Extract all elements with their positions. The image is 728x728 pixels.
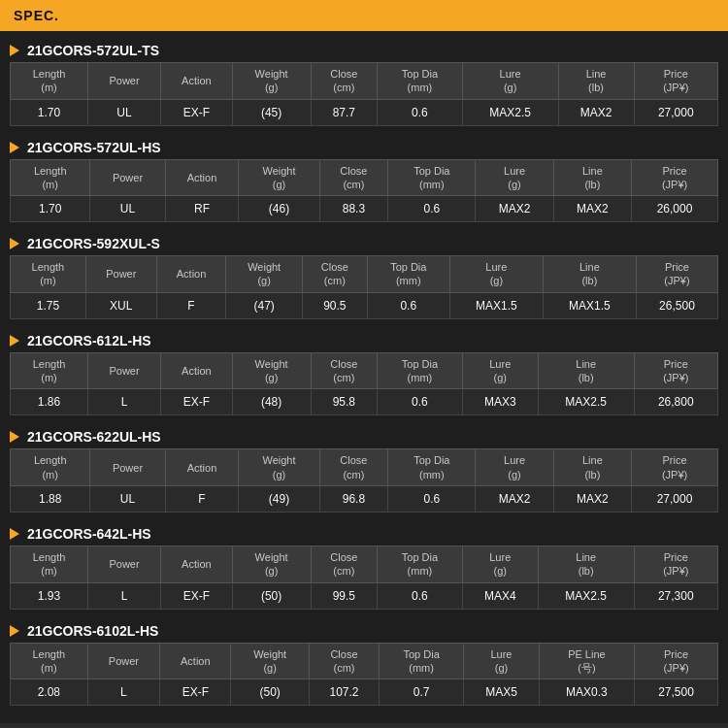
column-header: Price(JP¥) bbox=[635, 643, 718, 679]
column-header: Action bbox=[156, 256, 226, 293]
column-header: Close(cm) bbox=[319, 159, 388, 196]
table-cell: MAX2.5 bbox=[538, 582, 634, 609]
table-cell: MAX5 bbox=[464, 679, 540, 706]
spec-container: 21GCORS-572UL-TSLength(m)PowerActionWeig… bbox=[0, 31, 728, 723]
column-header: Length(m) bbox=[11, 352, 88, 389]
table-row: 2.08LEX-F(50)107.20.7MAX5MAX0.327,500 bbox=[11, 679, 718, 706]
column-header: Weight(g) bbox=[232, 352, 311, 389]
column-header: Action bbox=[160, 643, 231, 679]
table-cell: 26,000 bbox=[632, 196, 718, 222]
triangle-icon bbox=[10, 431, 19, 443]
column-header: Length(m) bbox=[11, 546, 88, 582]
column-header: Power bbox=[90, 449, 165, 486]
table-cell: MAX2.5 bbox=[538, 389, 634, 415]
table-row: 1.93LEX-F(50)99.50.6MAX4MAX2.527,300 bbox=[11, 582, 718, 609]
table-cell: 96.8 bbox=[319, 485, 388, 512]
column-header: Weight(g) bbox=[231, 643, 309, 679]
table-cell: MAX2 bbox=[553, 196, 631, 222]
rod-section: 21GCORS-612L-HSLength(m)PowerActionWeigh… bbox=[10, 327, 718, 416]
column-header: Power bbox=[88, 352, 161, 389]
table-cell: XUL bbox=[85, 292, 156, 318]
column-header: Top Dia(mm) bbox=[388, 159, 476, 196]
column-header: Line(lb) bbox=[543, 256, 636, 293]
rod-title-row: 21GCORS-572UL-HS bbox=[10, 134, 718, 159]
rod-section: 21GCORS-572UL-TSLength(m)PowerActionWeig… bbox=[10, 37, 718, 126]
column-header: Power bbox=[85, 256, 156, 293]
spec-table: Length(m)PowerActionWeight(g)Close(cm)To… bbox=[10, 62, 718, 126]
table-cell: 27,000 bbox=[634, 99, 717, 125]
table-cell: 1.86 bbox=[11, 389, 88, 415]
table-cell: (50) bbox=[232, 582, 311, 609]
rod-name: 21GCORS-622UL-HS bbox=[27, 429, 161, 445]
table-cell: 0.6 bbox=[367, 292, 449, 318]
rod-section: 21GCORS-622UL-HSLength(m)PowerActionWeig… bbox=[10, 423, 718, 513]
table-cell: 0.6 bbox=[388, 485, 476, 512]
table-cell: 107.2 bbox=[309, 679, 379, 706]
rod-section: 21GCORS-592XUL-SLength(m)PowerActionWeig… bbox=[10, 230, 718, 319]
table-cell: UL bbox=[90, 196, 165, 222]
table-cell: 90.5 bbox=[302, 292, 367, 318]
column-header: Price(JP¥) bbox=[632, 449, 718, 486]
column-header: Close(cm) bbox=[311, 63, 378, 100]
table-cell: (47) bbox=[226, 292, 303, 318]
table-cell: MAX1.5 bbox=[543, 292, 636, 318]
triangle-icon bbox=[10, 528, 19, 540]
spec-table: Length(m)PowerActionWeight(g)Close(cm)To… bbox=[10, 159, 718, 223]
spec-table: Length(m)PowerActionWeight(g)Close(cm)To… bbox=[10, 448, 718, 513]
column-header: Close(cm) bbox=[309, 643, 379, 679]
table-cell: 0.6 bbox=[388, 196, 476, 222]
triangle-icon bbox=[10, 45, 19, 56]
column-header: Top Dia(mm) bbox=[378, 63, 463, 100]
rod-title-row: 21GCORS-622UL-HS bbox=[10, 423, 718, 448]
table-cell: MAX2 bbox=[476, 196, 553, 222]
table-cell: 1.75 bbox=[11, 292, 86, 318]
spec-header: SPEC. bbox=[0, 0, 728, 31]
spec-table: Length(m)PowerActionWeight(g)Close(cm)To… bbox=[10, 546, 718, 610]
column-header: Weight(g) bbox=[239, 449, 319, 486]
column-header: Length(m) bbox=[11, 256, 86, 293]
column-header: Price(JP¥) bbox=[634, 63, 717, 100]
column-header: Line(lb) bbox=[538, 546, 634, 582]
rod-section: 21GCORS-572UL-HSLength(m)PowerActionWeig… bbox=[10, 134, 718, 223]
column-header: Weight(g) bbox=[226, 256, 303, 293]
column-header: Lure(g) bbox=[449, 256, 543, 293]
table-cell: F bbox=[156, 292, 226, 318]
rod-section: 21GCORS-6102L-HSLength(m)PowerActionWeig… bbox=[10, 617, 718, 707]
table-row: 1.86LEX-F(48)95.80.6MAX3MAX2.526,800 bbox=[11, 389, 718, 415]
table-cell: MAX3 bbox=[462, 389, 538, 415]
table-cell: MAX1.5 bbox=[449, 292, 543, 318]
column-header: Weight(g) bbox=[239, 159, 319, 196]
column-header: Close(cm) bbox=[302, 256, 367, 293]
table-cell: 88.3 bbox=[319, 196, 388, 222]
table-cell: (50) bbox=[231, 679, 309, 706]
table-row: 1.75XULF(47)90.50.6MAX1.5MAX1.526,500 bbox=[11, 292, 718, 318]
column-header: Close(cm) bbox=[311, 352, 378, 389]
table-cell: UL bbox=[88, 99, 161, 125]
column-header: Line(lb) bbox=[553, 159, 631, 196]
table-cell: 27,500 bbox=[635, 679, 718, 706]
table-cell: EX-F bbox=[161, 389, 233, 415]
table-cell: 0.6 bbox=[378, 582, 463, 609]
table-cell: 1.93 bbox=[11, 582, 88, 609]
triangle-icon bbox=[10, 625, 19, 637]
table-cell: MAX2 bbox=[476, 485, 553, 512]
table-cell: EX-F bbox=[160, 679, 231, 706]
table-cell: 26,800 bbox=[634, 389, 717, 415]
table-row: 1.70ULEX-F(45)87.70.6MAX2.5MAX227,000 bbox=[11, 99, 718, 125]
table-cell: 2.08 bbox=[11, 679, 88, 706]
rod-title-row: 21GCORS-6102L-HS bbox=[10, 617, 718, 643]
table-cell: MAX2 bbox=[558, 99, 634, 125]
column-header: Line(lb) bbox=[558, 63, 634, 100]
table-cell: MAX4 bbox=[462, 582, 538, 609]
table-cell: 1.70 bbox=[11, 196, 90, 222]
triangle-icon bbox=[10, 335, 19, 347]
rod-name: 21GCORS-612L-HS bbox=[27, 333, 151, 348]
rod-name: 21GCORS-6102L-HS bbox=[27, 623, 158, 639]
rod-name: 21GCORS-592XUL-S bbox=[27, 236, 160, 251]
column-header: Action bbox=[161, 63, 233, 100]
spec-table: Length(m)PowerActionWeight(g)Close(cm)To… bbox=[10, 255, 718, 319]
table-cell: F bbox=[165, 485, 239, 512]
rod-name: 21GCORS-572UL-TS bbox=[27, 43, 159, 58]
rod-title-row: 21GCORS-612L-HS bbox=[10, 327, 718, 352]
column-header: Price(JP¥) bbox=[636, 256, 717, 293]
